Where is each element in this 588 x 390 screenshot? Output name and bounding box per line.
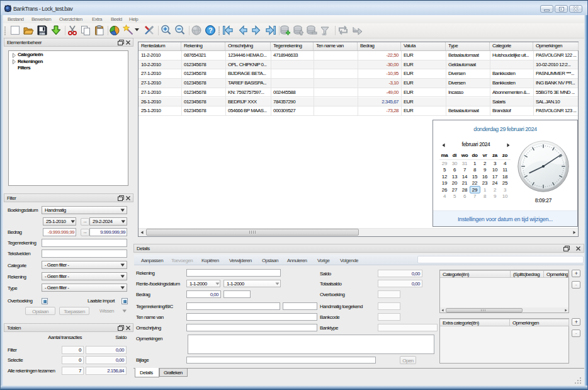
svg-text:?: ? [208, 26, 213, 34]
